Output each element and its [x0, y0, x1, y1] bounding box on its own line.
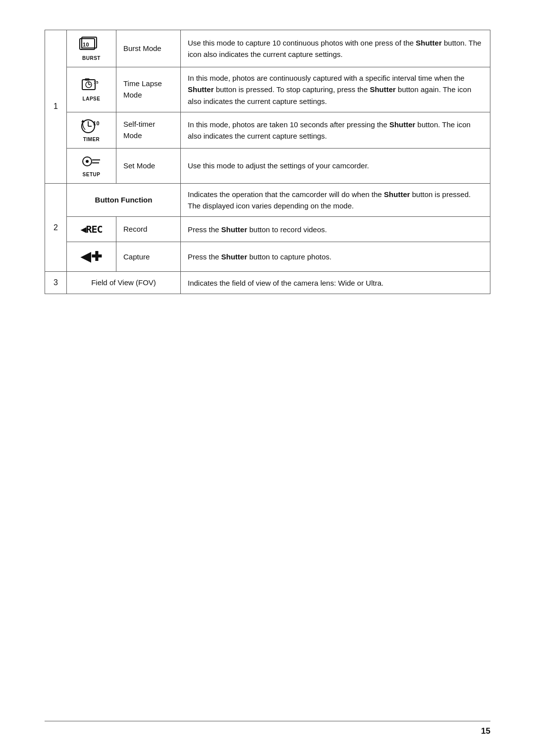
- table-row: 3 Field of View (FOV) Indicates the fiel…: [45, 272, 490, 294]
- timer-icon-cell: 10 TIMER: [67, 112, 116, 148]
- rec-glyph: ◀REC: [80, 222, 102, 237]
- setup-desc: Use this mode to adjust the settings of …: [181, 148, 490, 183]
- fov-desc: Indicates the field of view of the camer…: [181, 272, 490, 294]
- main-table: 1 10 BURST Burst Mode: [45, 30, 490, 294]
- lapse-icon: 15 LAPSE: [74, 77, 109, 102]
- burst-label: BURST: [82, 54, 101, 62]
- timer-svg: 10: [79, 117, 104, 135]
- table-row: 1 10 BURST Burst Mode: [45, 30, 490, 67]
- timer-icon: 10 TIMER: [74, 117, 109, 143]
- timer-desc: In this mode, photos are taken 10 second…: [181, 112, 490, 148]
- timer-label: TIMER: [83, 136, 100, 143]
- table-row: 2 Button Function Indicates the operatio…: [45, 183, 490, 217]
- rec-icon-cell: ◀REC: [67, 217, 116, 242]
- setup-label: SETUP: [83, 171, 101, 178]
- page-footer: 15: [45, 721, 490, 736]
- table-row: SETUP Set Mode Use this mode to adjust t…: [45, 148, 490, 183]
- setup-mode-label: Set Mode: [116, 148, 181, 183]
- page-content: 1 10 BURST Burst Mode: [45, 30, 490, 701]
- svg-text:10: 10: [93, 120, 100, 126]
- record-label: Record: [116, 217, 181, 242]
- svg-text:10: 10: [83, 42, 89, 48]
- burst-icon-cell: 10 BURST: [67, 30, 116, 67]
- setup-icon: SETUP: [74, 153, 109, 178]
- table-row: 15 LAPSE Time LapseMode In this mode, ph…: [45, 67, 490, 112]
- capture-icon: ◀✚: [74, 247, 109, 266]
- setup-svg: [80, 153, 103, 170]
- lapse-desc: In this mode, photos are continuously ca…: [181, 67, 490, 112]
- button-function-label: Button Function: [67, 183, 181, 217]
- burst-svg: 10: [79, 35, 105, 54]
- capture-icon-cell: ◀✚: [67, 242, 116, 272]
- setup-icon-cell: SETUP: [67, 148, 116, 183]
- svg-point-16: [86, 160, 89, 163]
- rec-icon: ◀REC: [74, 222, 109, 237]
- table-row: ◀REC Record Press the Shutter button to …: [45, 217, 490, 242]
- table-row: ◀✚ Capture Press the Shutter button to c…: [45, 242, 490, 272]
- row-num-3: 3: [45, 272, 67, 294]
- lapse-icon-cell: 15 LAPSE: [67, 67, 116, 112]
- capture-glyph: ◀✚: [81, 247, 102, 266]
- lapse-svg: 15: [80, 77, 103, 95]
- svg-text:15: 15: [94, 80, 99, 85]
- fov-label: Field of View (FOV): [67, 272, 181, 294]
- burst-desc: Use this mode to capture 10 continuous p…: [181, 30, 490, 67]
- table-row: 10 TIMER Self-timerMode In this mode, ph…: [45, 112, 490, 148]
- lapse-mode-label: Time LapseMode: [116, 67, 181, 112]
- page-number: 15: [481, 726, 490, 736]
- lapse-label: LAPSE: [83, 95, 101, 102]
- record-desc: Press the Shutter button to record video…: [181, 217, 490, 242]
- row-num-1: 1: [45, 30, 67, 184]
- capture-label: Capture: [116, 242, 181, 272]
- burst-mode-label: Burst Mode: [116, 30, 181, 67]
- capture-desc: Press the Shutter button to capture phot…: [181, 242, 490, 272]
- button-function-desc: Indicates the operation that the camcord…: [181, 183, 490, 217]
- burst-icon: 10 BURST: [74, 35, 109, 62]
- timer-mode-label: Self-timerMode: [116, 112, 181, 148]
- row-num-2: 2: [45, 183, 67, 272]
